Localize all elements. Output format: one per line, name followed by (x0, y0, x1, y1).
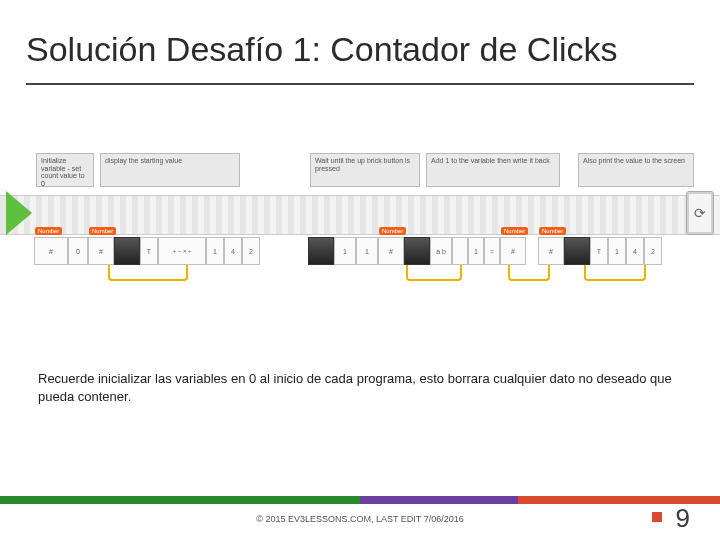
ev3-program-diagram: Initialize variable - set count value to… (0, 139, 720, 289)
number-chip: Number (501, 227, 528, 235)
var-write-block-2: Number # (500, 237, 526, 265)
number-chip: Number (379, 227, 406, 235)
hash-icon: # (511, 248, 515, 255)
port-two-b: 2 (644, 237, 662, 265)
math-ops-display: + − × ÷ (158, 237, 206, 265)
hash-icon: # (99, 248, 103, 255)
comment-wait: 01 Wait until the up brick button is pre… (310, 153, 420, 187)
page-number: 9 (676, 503, 690, 534)
page-title: Solución Desafío 1: Contador de Clicks (26, 30, 694, 69)
display-block-brick (114, 237, 140, 265)
wait-port-b: 1 (356, 237, 378, 265)
footer-color-bar (0, 496, 720, 504)
number-chip: Number (35, 227, 62, 235)
hash-icon: # (389, 248, 393, 255)
comment-init: Initialize variable - set count value to… (36, 153, 94, 187)
eq-icon: = (484, 237, 500, 265)
text-mode-icon: T (140, 237, 158, 265)
var-write-block: Number # (34, 237, 68, 265)
plus-one: 1 (468, 237, 484, 265)
var-read-block-3: Number # (538, 237, 564, 265)
a-port (452, 237, 468, 265)
loop-end-block: ⟳ (686, 191, 714, 235)
port-two: 2 (242, 237, 260, 265)
number-chip: Number (539, 227, 566, 235)
data-wire (108, 265, 188, 281)
page-marker-icon (652, 512, 662, 522)
hash-icon: # (49, 248, 53, 255)
math-block-brick (404, 237, 430, 265)
var-read-block-2: Number # (378, 237, 404, 265)
wait-port: 1 (334, 237, 356, 265)
wait-block-brick (308, 237, 334, 265)
ab-label: a b (430, 237, 452, 265)
reminder-note: Recuerde inicializar las variables en 0 … (38, 370, 680, 405)
start-block-icon (6, 191, 32, 235)
hash-icon: # (549, 248, 553, 255)
comment-print: Also print the value to the screen (578, 153, 694, 187)
comment-wait-text: Wait until the up brick button is presse… (315, 157, 410, 172)
number-chip: Number (89, 227, 116, 235)
data-wire (508, 265, 550, 281)
port-one-b: 1 (608, 237, 626, 265)
copyright-text: © 2015 EV3LESSONS.COM, LAST EDIT 7/06/20… (0, 514, 720, 524)
port-four-b: 4 (626, 237, 644, 265)
display-block-brick-2 (564, 237, 590, 265)
block-row: Number # 0 Number # T + − × ÷ 1 4 2 1 1 … (0, 237, 720, 265)
port-four: 4 (224, 237, 242, 265)
text-mode-icon-2: T (590, 237, 608, 265)
comment-display-start: display the starting value (100, 153, 240, 187)
port-one: 1 (206, 237, 224, 265)
title-divider (26, 83, 694, 85)
var-read-block: Number # (88, 237, 114, 265)
zero-port: 0 (68, 237, 88, 265)
comment-add: Add 1 to the variable then write it back (426, 153, 560, 187)
data-wire (584, 265, 646, 281)
data-wire (406, 265, 462, 281)
